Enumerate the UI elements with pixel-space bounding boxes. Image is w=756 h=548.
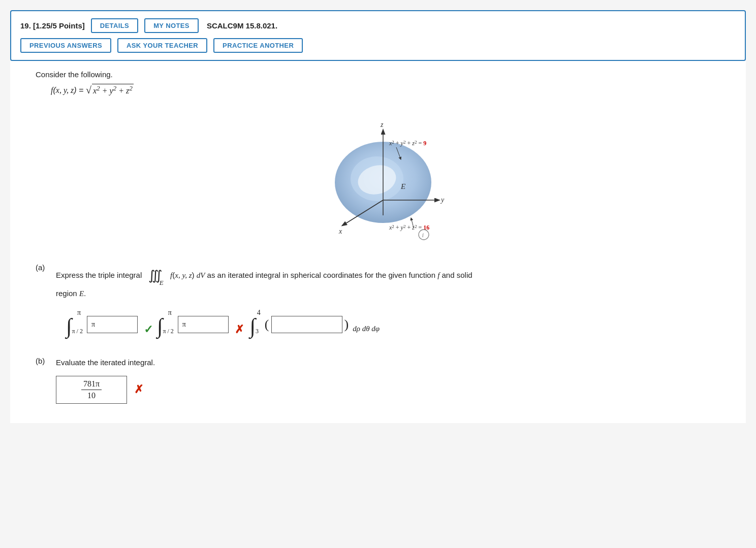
check-mark-1: ✓ [144,323,153,336]
previous-answers-button[interactable]: PREVIOUS ANSWERS [20,38,111,53]
integral3-upper: 4 [257,309,261,317]
answer-box-b[interactable]: 781π 10 [56,376,127,404]
input-group-1: π [87,316,138,333]
svg-text:z: z [380,121,384,128]
integral-block-2: π ∫ π / 2 [157,309,174,336]
close-paren: ) [344,317,349,332]
content-area: Consider the following. f(x, y, z) = √ x… [10,61,746,423]
input-box-2[interactable]: π [178,316,229,333]
input-box-1[interactable]: π [87,316,138,333]
input2-value: π [182,320,186,329]
question-card: 19. [1.25/5 Points] DETAILS MY NOTES SCA… [10,10,746,61]
svg-text:i: i [422,231,424,239]
fraction-denominator: 10 [85,390,98,400]
part-b-description: Evaluate the iterated integral. [56,357,155,369]
top-row: 19. [1.25/5 Points] DETAILS MY NOTES SCA… [20,18,736,33]
question-number: 19. [1.25/5 Points] [20,21,85,30]
consider-text: Consider the following. [36,70,731,79]
input1-value: π [91,320,95,329]
second-row: PREVIOUS ANSWERS ASK YOUR TEACHER PRACTI… [20,38,736,53]
integral-row: π ∫ π / 2 π ✓ π [66,309,472,336]
sqrt-expression: √ x2 + y2 + z2 [86,84,134,95]
details-button[interactable]: DETAILS [91,18,138,33]
diagram-container: z x y E x2 + y2 + z2 = 9 x2 + y2 + z2 = … [36,104,731,251]
ask-teacher-button[interactable]: ASK YOUR TEACHER [117,38,207,53]
svg-text:x2 + y2 + z2 = 9: x2 + y2 + z2 = 9 [389,140,426,147]
fraction-answer: 781π 10 [81,379,102,400]
open-paren: ( [265,317,269,332]
svg-text:E: E [400,182,405,190]
part-b-content: Evaluate the iterated integral. 781π 10 … [56,357,155,404]
input-group-2: π [178,316,229,333]
practice-another-button[interactable]: PRACTICE ANOTHER [213,38,303,53]
part-a-region: region E. [56,287,472,300]
svg-text:y: y [440,196,445,204]
part-a-description: Express the triple integral ∭E f(x, y, z… [56,263,472,284]
function-display: f(x, y, z) = √ x2 + y2 + z2 [51,84,731,95]
part-a-content: Express the triple integral ∭E f(x, y, z… [56,263,472,351]
integral1-upper: π [77,309,81,317]
part-b-row: (b) Evaluate the iterated integral. 781π… [36,357,731,404]
fraction-numerator: 781π [81,379,102,390]
integral-block-3: 4 ∫ 3 [248,309,261,336]
x-mark-b: ✗ [134,383,143,396]
x-mark-2: ✗ [235,323,244,336]
part-b-label: (b) [36,357,50,365]
my-notes-button[interactable]: MY NOTES [144,18,199,33]
diagram-svg: z x y E x2 + y2 + z2 = 9 x2 + y2 + z2 = … [302,104,464,251]
input-box-3[interactable] [271,316,342,333]
part-a-label: (a) [36,263,50,272]
integral2-upper: π [168,309,172,317]
svg-text:x: x [338,228,342,235]
part-a-row: (a) Express the triple integral ∭E f(x, … [36,263,731,351]
problem-id: SCALC9M 15.8.021. [207,21,277,30]
input-group-3: ( ) [265,316,349,333]
svg-text:x2 + y2 + z2 = 16: x2 + y2 + z2 = 16 [389,224,429,231]
integral-block-1: π ∫ π / 2 [66,309,83,336]
differential-label: dρ dθ dφ [353,325,380,333]
